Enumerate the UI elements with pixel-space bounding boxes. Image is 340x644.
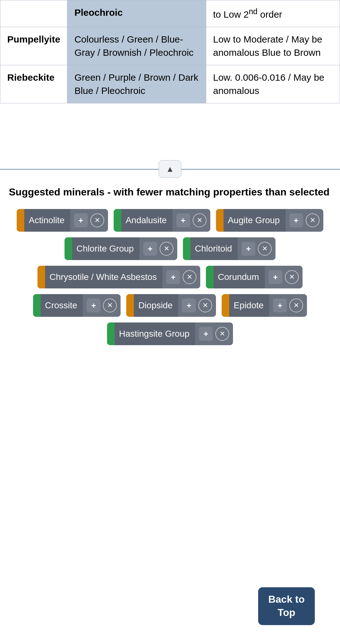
chip-add-button[interactable]: + (166, 270, 180, 284)
mineral-chip: Chrysotile / White Asbestos+✕ (37, 266, 200, 288)
chip-actions: +✕ (178, 294, 216, 317)
chip-add-button[interactable]: + (199, 327, 213, 341)
color-cell: Green / Purple / Brown / Dark Blue / Ple… (67, 65, 206, 103)
chip-color-bar (33, 294, 41, 317)
table-row: Pumpellyite Colourless / Green / Blue-Gr… (0, 27, 340, 65)
mineral-name-cell: Riebeckite (0, 65, 67, 103)
chips-container: Actinolite+✕Andalusite+✕Augite Group+✕Ch… (9, 209, 331, 345)
chip-label: Actinolite (24, 215, 70, 225)
biref-cell: Low. 0.006-0.016 / May be anomalous (206, 65, 340, 103)
mineral-chip: Actinolite+✕ (17, 209, 108, 232)
biref-cell: to Low 2nd order (206, 0, 340, 27)
chip-remove-button[interactable]: ✕ (215, 327, 229, 341)
chip-remove-button[interactable]: ✕ (193, 213, 207, 227)
chip-color-bar (222, 294, 229, 317)
back-to-top-label: Back to Top (258, 593, 315, 619)
chip-add-button[interactable]: + (143, 242, 157, 256)
color-value: Pleochroic (74, 7, 122, 18)
chip-add-button[interactable]: + (241, 242, 255, 256)
chip-color-bar (216, 209, 224, 232)
divider-row: ▲ (0, 160, 340, 178)
chip-label: Corundum (213, 272, 265, 282)
chip-remove-button[interactable]: ✕ (103, 299, 117, 312)
suggested-title: Suggested minerals - with fewer matching… (9, 185, 331, 199)
chip-actions: +✕ (286, 209, 323, 232)
chip-label: Chloritoid (190, 244, 238, 254)
suggested-section: Suggested minerals - with fewer matching… (0, 178, 340, 358)
chip-add-button[interactable]: + (273, 299, 287, 312)
mineral-name-cell (0, 0, 67, 27)
chip-actions: +✕ (83, 294, 121, 317)
chip-add-button[interactable]: + (269, 270, 282, 284)
chip-remove-button[interactable]: ✕ (183, 270, 196, 284)
mineral-table: Pleochroic to Low 2nd order Pumpellyite … (0, 0, 340, 103)
collapse-icon: ▲ (166, 164, 174, 174)
chip-color-bar (17, 209, 24, 232)
mineral-table-section: Pleochroic to Low 2nd order Pumpellyite … (0, 0, 340, 103)
spacer (0, 103, 340, 160)
chip-label: Crossite (41, 300, 83, 310)
chip-actions: +✕ (139, 237, 177, 260)
biref-value: to Low 2nd order (213, 9, 282, 20)
chip-remove-button[interactable]: ✕ (160, 242, 173, 256)
chip-label: Augite Group (224, 215, 286, 225)
table-row: Pleochroic to Low 2nd order (0, 0, 340, 27)
mineral-chip: Chloritoid+✕ (183, 237, 275, 260)
chip-add-button[interactable]: + (87, 299, 100, 312)
chip-color-bar (183, 237, 190, 260)
chip-remove-button[interactable]: ✕ (306, 213, 320, 227)
chip-color-bar (114, 209, 121, 232)
chip-actions: +✕ (238, 237, 275, 260)
chip-color-bar (107, 322, 115, 345)
chip-color-bar (65, 237, 72, 260)
color-cell: Colourless / Green / Blue-Gray / Brownis… (67, 27, 206, 65)
table-row: Riebeckite Green / Purple / Brown / Dark… (0, 65, 340, 103)
mineral-chip: Augite Group+✕ (216, 209, 323, 232)
chip-remove-button[interactable]: ✕ (285, 270, 299, 284)
color-cell: Pleochroic (67, 0, 206, 27)
chip-add-button[interactable]: + (182, 299, 196, 312)
mineral-chip: Crossite+✕ (33, 294, 121, 317)
mineral-name-cell: Pumpellyite (0, 27, 67, 65)
chip-label: Diopside (134, 300, 178, 310)
chip-label: Chlorite Group (72, 244, 139, 254)
chip-add-button[interactable]: + (74, 213, 88, 227)
chip-remove-button[interactable]: ✕ (198, 299, 212, 312)
collapse-button[interactable]: ▲ (159, 160, 181, 178)
mineral-chip: Hastingsite Group+✕ (107, 322, 233, 345)
back-to-top-button[interactable]: Back to Top (258, 587, 315, 625)
chip-add-button[interactable]: + (289, 213, 303, 227)
mineral-chip: Diopside+✕ (126, 294, 216, 317)
chip-add-button[interactable]: + (176, 213, 190, 227)
chip-actions: +✕ (195, 322, 233, 345)
biref-cell: Low to Moderate / May be anomalous Blue … (206, 27, 340, 65)
chip-remove-button[interactable]: ✕ (90, 213, 104, 227)
chip-label: Chrysotile / White Asbestos (45, 272, 162, 282)
chip-label: Epidote (229, 300, 269, 310)
chip-actions: +✕ (173, 209, 210, 232)
mineral-chip: Corundum+✕ (206, 266, 303, 288)
chip-color-bar (37, 266, 45, 288)
chip-actions: +✕ (162, 266, 200, 288)
mineral-chip: Chlorite Group+✕ (65, 237, 177, 260)
chip-remove-button[interactable]: ✕ (289, 299, 303, 312)
mineral-chip: Andalusite+✕ (114, 209, 210, 232)
chip-actions: +✕ (269, 294, 307, 317)
mineral-chip: Epidote+✕ (222, 294, 307, 317)
chip-color-bar (206, 266, 213, 288)
chip-label: Hastingsite Group (115, 329, 195, 339)
chip-label: Andalusite (121, 215, 173, 225)
chip-actions: +✕ (70, 209, 108, 232)
chip-remove-button[interactable]: ✕ (258, 242, 272, 256)
chip-actions: +✕ (265, 266, 303, 288)
chip-color-bar (126, 294, 134, 317)
